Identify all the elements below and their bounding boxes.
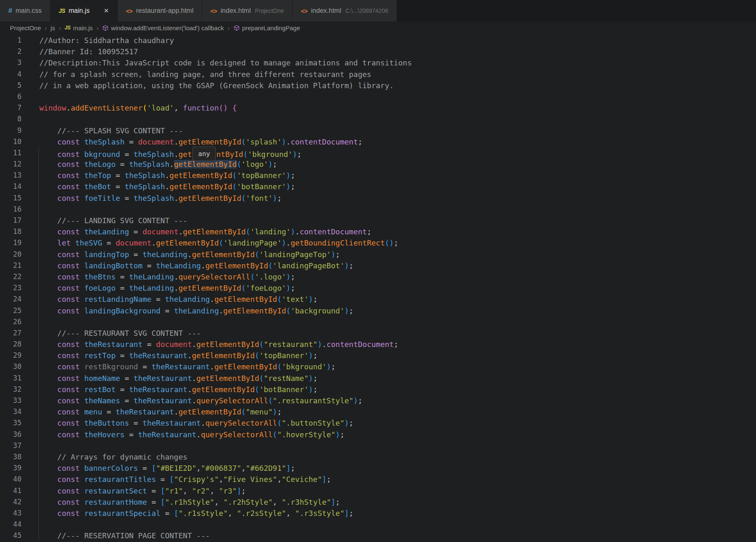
line-number: 19: [0, 237, 22, 248]
code-line-content[interactable]: const homeName = theRestaurant.getElemen…: [22, 373, 318, 384]
code-line-content[interactable]: const bannerColors = ["#BE1E2D","#006837…: [22, 463, 295, 474]
code-line-content[interactable]: //--- RESTAURANT SVG CONTENT ---: [22, 328, 201, 339]
code-line-content[interactable]: // in a web application, using the GSAP …: [22, 80, 394, 91]
close-icon[interactable]: ✕: [104, 7, 109, 14]
code-line-content[interactable]: [22, 91, 39, 102]
code-line-content[interactable]: [22, 519, 39, 530]
line-number: 13: [0, 170, 22, 181]
type-hint-tooltip: any: [193, 147, 216, 161]
code-line-content[interactable]: const theRestaurant = document.getElemen…: [22, 339, 398, 350]
line-number: 37: [0, 440, 22, 451]
line-number: 21: [0, 260, 22, 271]
code-line: 8: [0, 113, 756, 125]
line-number: 30: [0, 361, 22, 372]
code-line-content[interactable]: [22, 113, 39, 125]
code-line-content[interactable]: const restBot = theRestaurant.getElement…: [22, 384, 318, 395]
tab-main-css[interactable]: #main.css: [0, 0, 51, 22]
code-line-content[interactable]: //Banner Id: 100952517: [22, 46, 138, 57]
code-line-content[interactable]: const theBtns = theLanding.querySelector…: [22, 271, 295, 282]
line-number: 40: [0, 474, 22, 485]
code-line: 9 //--- SPLASH SVG CONTENT ---: [0, 125, 756, 136]
code-line-content[interactable]: const foeTitle = theSplash.getElementByI…: [22, 193, 282, 204]
line-number: 16: [0, 204, 22, 215]
code-line-content[interactable]: const restaurantTitles = ["Crispy's","Fi…: [22, 474, 331, 485]
code-line-content[interactable]: const landingBottom = theLanding.getElem…: [22, 260, 354, 271]
code-line-content[interactable]: const theLanding = document.getElementBy…: [22, 226, 371, 237]
tab-restaurant-app-html[interactable]: <>restaurant-app.html: [118, 0, 202, 22]
code-line-content[interactable]: //--- SPLASH SVG CONTENT ---: [22, 125, 183, 136]
code-line-content[interactable]: const landingBackground = theLanding.get…: [22, 305, 354, 316]
code-line-content[interactable]: [22, 440, 39, 451]
code-line: 39 const bannerColors = ["#BE1E2D","#006…: [0, 463, 756, 474]
line-number: 23: [0, 282, 22, 294]
code-line-content[interactable]: // Arrays for dynamic changes: [22, 451, 188, 463]
code-line-content[interactable]: const theTop = theSplash.getElementById(…: [22, 170, 295, 181]
indent-guide: [39, 147, 39, 541]
code-line-content[interactable]: //--- LANDING SVG CONTENT ---: [22, 215, 188, 226]
breadcrumb-item[interactable]: ProjectOne: [10, 24, 41, 31]
code-line-content[interactable]: //Description:This JavaScript code is de…: [22, 57, 412, 68]
code-line-content[interactable]: const theBot = theSplash.getElementById(…: [22, 181, 295, 192]
line-number: 15: [0, 193, 22, 204]
code-line-content[interactable]: const theNames = theRestaurant.querySele…: [22, 395, 362, 406]
code-line: 18 const theLanding = document.getElemen…: [0, 226, 756, 237]
code-line-content[interactable]: const menu = theRestaurant.getElementByI…: [22, 406, 282, 417]
code-line-content[interactable]: const theSplash = document.getElementByI…: [22, 136, 362, 147]
breadcrumb-item[interactable]: js: [51, 24, 55, 31]
code-line-content[interactable]: const theHovers = theRestaurant.querySel…: [22, 429, 344, 440]
code-editor[interactable]: 1//Author: Siddhartha chaudhary2//Banner…: [0, 34, 756, 541]
code-line: 38 // Arrays for dynamic changes: [0, 451, 756, 463]
code-line: 32 const restBot = theRestaurant.getElem…: [0, 384, 756, 395]
code-line-content[interactable]: window.addEventListener('load', function…: [22, 102, 237, 113]
breadcrumb-item[interactable]: window.addEventListener('load') callback: [102, 24, 224, 31]
code-line-content[interactable]: const landingTop = theLanding.getElement…: [22, 249, 340, 260]
code-line: 2//Banner Id: 100952517: [0, 46, 756, 57]
line-number: 17: [0, 215, 22, 226]
code-line-content[interactable]: let theSVG = document.getElementById('la…: [22, 237, 398, 248]
code-line-content[interactable]: [22, 316, 39, 328]
tab-label: main.css: [15, 7, 41, 14]
code-line: 21 const landingBottom = theLanding.getE…: [0, 260, 756, 271]
tab-index-html-projectone[interactable]: <>index.htmlProjectOne: [202, 0, 293, 22]
code-line: 3//Description:This JavaScript code is d…: [0, 57, 756, 68]
code-line-content[interactable]: const theLogo = theSplash.getElementById…: [22, 159, 277, 170]
line-number: 44: [0, 519, 22, 530]
code-line: 12 const theLogo = theSplash.getElementB…: [0, 159, 756, 170]
line-number: 39: [0, 463, 22, 474]
breadcrumb-label: prepareLandingPage: [242, 24, 300, 31]
line-number: 35: [0, 417, 22, 429]
editor-tab-bar: #main.cssJSmain.js✕<>restaurant-app.html…: [0, 0, 756, 22]
code-line-content[interactable]: const restaurantSect = ["r1", "r2", "r3"…: [22, 485, 246, 496]
code-line: 34 const menu = theRestaurant.getElement…: [0, 406, 756, 417]
breadcrumb-item[interactable]: JSmain.js: [65, 24, 93, 31]
code-line-content[interactable]: // for a splash screen, landing page, an…: [22, 69, 371, 80]
tab-index-html-numbered[interactable]: <>index.htmlC:\...\208974206: [293, 0, 397, 22]
line-number: 42: [0, 496, 22, 508]
tab-label: restaurant-app.html: [136, 7, 194, 14]
line-number: 29: [0, 350, 22, 361]
code-line: 19 let theSVG = document.getElementById(…: [0, 237, 756, 248]
code-line-content[interactable]: const theButtons = theRestaurant.querySe…: [22, 417, 354, 429]
code-line: 23 const foeLogo = theLanding.getElement…: [0, 282, 756, 294]
code-line: 16: [0, 204, 756, 215]
code-line-content[interactable]: //--- RESERVATION PAGE CONTENT ---: [22, 530, 210, 541]
code-line-content[interactable]: const restLandingName = theLanding.getEl…: [22, 294, 318, 305]
line-number: 4: [0, 69, 22, 80]
breadcrumb-label: js: [51, 24, 55, 31]
code-line-content[interactable]: const restaurantHome = [".r1hStyle", ".r…: [22, 496, 340, 508]
code-line-content[interactable]: const bkground = theSplash.getanyntById(…: [22, 147, 301, 159]
html-file-icon: <>: [210, 7, 217, 14]
breadcrumb-separator-icon: ›: [45, 24, 47, 31]
tab-main-js[interactable]: JSmain.js✕: [51, 0, 118, 22]
code-line-content[interactable]: [22, 204, 39, 215]
breadcrumb-item[interactable]: prepareLandingPage: [234, 24, 300, 31]
code-line-content[interactable]: //Author: Siddhartha chaudhary: [22, 35, 174, 46]
code-line-content[interactable]: const restTop = theRestaurant.getElement…: [22, 350, 318, 361]
tab-label: main.js: [69, 7, 90, 14]
code-line-content[interactable]: const restBkground = theRestaurant.getEl…: [22, 361, 335, 372]
line-number: 26: [0, 316, 22, 328]
code-line-content[interactable]: const foeLogo = theLanding.getElementByI…: [22, 282, 295, 294]
line-number: 22: [0, 271, 22, 282]
code-line-content[interactable]: const restaurantSpecial = [".r1sStyle", …: [22, 508, 354, 519]
line-number: 31: [0, 373, 22, 384]
